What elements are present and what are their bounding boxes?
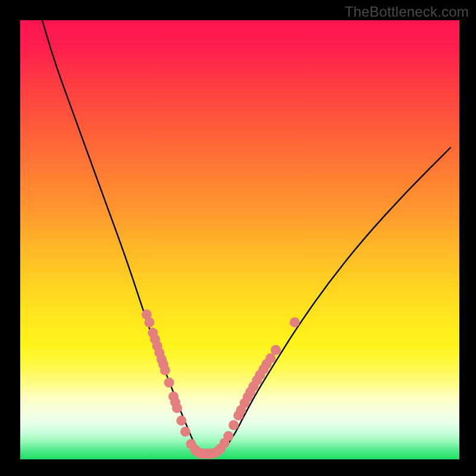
data-marker [271,345,281,355]
marker-group [142,309,300,459]
data-marker [223,431,233,441]
data-marker [145,317,155,327]
bottleneck-curve [42,20,450,454]
data-marker [228,420,239,430]
chart-frame: TheBottleneck.com [0,0,476,476]
curve-layer [20,20,459,459]
data-marker [160,365,170,375]
data-marker [172,403,182,413]
data-marker [180,427,190,437]
watermark-text: TheBottleneck.com [345,4,469,20]
data-marker [265,353,275,364]
data-marker [290,317,300,327]
data-marker [176,416,186,426]
plot-area [20,20,459,459]
data-marker [164,377,174,387]
